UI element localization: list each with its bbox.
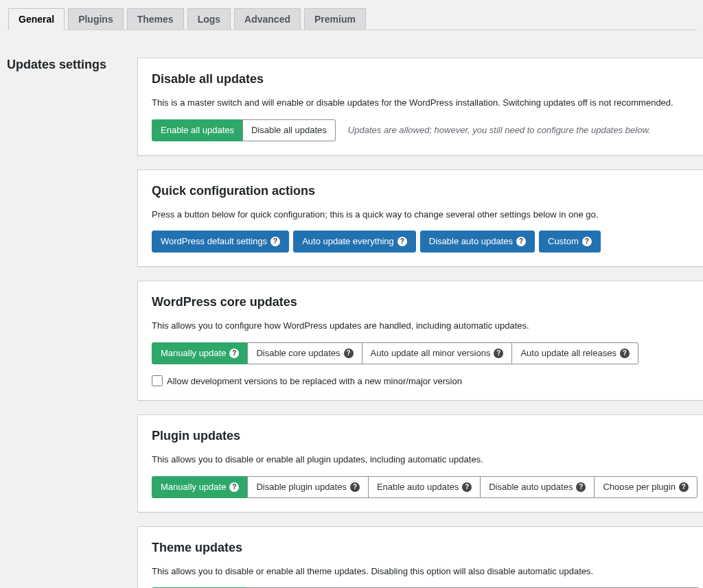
section-theme-updates: Theme updates This allows you to disable… bbox=[137, 526, 703, 588]
toggle-group-all-updates: Enable all updates Disable all updates bbox=[152, 119, 336, 141]
button-label: Disable plugin updates bbox=[256, 481, 347, 493]
enable-all-updates-button[interactable]: Enable all updates bbox=[152, 119, 242, 141]
button-label: WordPress default settings bbox=[161, 235, 267, 248]
toggle-group-plugin: Manually update ? Disable plugin updates… bbox=[152, 476, 698, 498]
help-icon: ? bbox=[270, 237, 280, 246]
tabs-nav: General Plugins Themes Logs Advanced Pre… bbox=[7, 0, 696, 30]
help-icon: ? bbox=[397, 237, 407, 246]
button-label: Manually update bbox=[161, 481, 226, 493]
help-icon: ? bbox=[679, 482, 689, 492]
help-icon: ? bbox=[516, 237, 526, 246]
plugin-enable-auto-button[interactable]: Enable auto updates ? bbox=[368, 476, 480, 498]
section-title: Plugin updates bbox=[152, 429, 700, 443]
auto-update-everything-button[interactable]: Auto update everything ? bbox=[293, 231, 416, 252]
tab-themes[interactable]: Themes bbox=[127, 8, 184, 30]
button-label: Auto update all releases bbox=[520, 347, 616, 360]
button-label: Enable auto updates bbox=[377, 481, 459, 493]
core-manually-update-button[interactable]: Manually update ? bbox=[152, 342, 247, 364]
custom-button[interactable]: Custom ? bbox=[539, 231, 601, 252]
button-label: Disable core updates bbox=[256, 347, 340, 360]
toggle-group-core: Manually update ? Disable core updates ?… bbox=[152, 342, 638, 364]
section-core-updates: WordPress core updates This allows you t… bbox=[137, 281, 703, 401]
tab-logs[interactable]: Logs bbox=[187, 8, 231, 30]
help-icon: ? bbox=[229, 349, 239, 358]
section-desc: This allows you to disable or enable all… bbox=[152, 453, 700, 467]
plugin-disable-updates-button[interactable]: Disable plugin updates ? bbox=[247, 476, 368, 498]
section-desc: Press a button below for quick configura… bbox=[152, 208, 700, 222]
plugin-choose-per-button[interactable]: Choose per plugin ? bbox=[594, 476, 698, 498]
updates-hint: Updates are allowed; however, you still … bbox=[348, 125, 651, 135]
button-label: Auto update all minor versions bbox=[371, 347, 491, 360]
help-icon: ? bbox=[344, 349, 354, 358]
core-disable-updates-button[interactable]: Disable core updates ? bbox=[247, 342, 361, 364]
main-panel: Disable all updates This is a master swi… bbox=[137, 58, 703, 588]
help-icon: ? bbox=[229, 482, 239, 492]
button-label: Manually update bbox=[161, 347, 226, 360]
button-label: Disable auto updates bbox=[489, 481, 573, 493]
section-desc: This allows you to configure how WordPre… bbox=[152, 319, 700, 333]
help-icon: ? bbox=[462, 482, 472, 492]
disable-all-updates-button[interactable]: Disable all updates bbox=[242, 119, 336, 141]
page-title: Updates settings bbox=[7, 58, 124, 72]
section-desc: This is a master switch and will enable … bbox=[152, 96, 700, 110]
section-quick-config: Quick configuration actions Press a butt… bbox=[137, 169, 703, 268]
section-title: Disable all updates bbox=[152, 72, 700, 86]
section-title: Quick configuration actions bbox=[152, 184, 700, 198]
section-plugin-updates: Plugin updates This allows you to disabl… bbox=[137, 414, 703, 513]
allow-dev-versions-checkbox[interactable] bbox=[152, 375, 163, 386]
core-auto-all-button[interactable]: Auto update all releases ? bbox=[511, 342, 638, 364]
disable-auto-updates-button[interactable]: Disable auto updates ? bbox=[420, 231, 535, 252]
tab-premium[interactable]: Premium bbox=[304, 8, 366, 30]
help-icon: ? bbox=[620, 349, 630, 358]
tab-advanced[interactable]: Advanced bbox=[234, 8, 301, 30]
help-icon: ? bbox=[494, 349, 503, 358]
help-icon: ? bbox=[350, 482, 360, 492]
button-label: Auto update everything bbox=[302, 235, 394, 248]
tab-plugins[interactable]: Plugins bbox=[68, 8, 124, 30]
section-desc: This allows you to disable or enable all… bbox=[152, 565, 700, 578]
tab-general[interactable]: General bbox=[8, 8, 65, 30]
button-label: Choose per plugin bbox=[603, 481, 676, 493]
help-icon: ? bbox=[576, 482, 586, 492]
help-icon: ? bbox=[582, 237, 592, 246]
section-title: Theme updates bbox=[152, 541, 700, 555]
section-title: WordPress core updates bbox=[152, 295, 700, 309]
plugin-manually-update-button[interactable]: Manually update ? bbox=[152, 476, 247, 498]
sidebar: Updates settings bbox=[7, 58, 124, 588]
plugin-disable-auto-button[interactable]: Disable auto updates ? bbox=[480, 476, 594, 498]
button-label: Disable auto updates bbox=[429, 235, 513, 248]
wp-default-settings-button[interactable]: WordPress default settings ? bbox=[152, 231, 289, 252]
button-label: Custom bbox=[548, 235, 579, 248]
core-auto-minor-button[interactable]: Auto update all minor versions ? bbox=[362, 342, 512, 364]
checkbox-label: Allow development versions to be replace… bbox=[167, 376, 462, 386]
section-disable-all: Disable all updates This is a master swi… bbox=[137, 58, 703, 156]
